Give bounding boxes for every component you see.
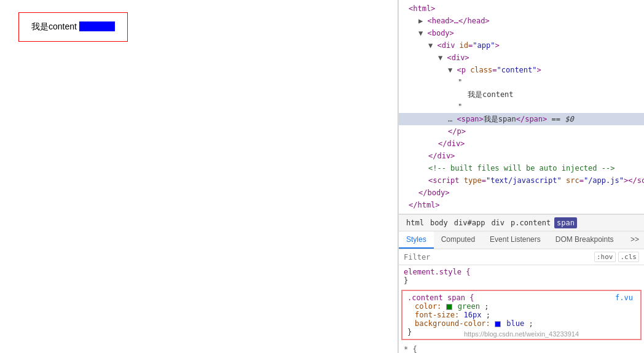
dom-line-highlighted[interactable]: … <span>我是span</span> == $0: [399, 113, 644, 125]
filter-input[interactable]: [404, 253, 589, 262]
browser-preview: 我是content 我是span: [0, 0, 398, 353]
tab-styles[interactable]: Styles: [399, 231, 434, 249]
dom-line: </div>: [399, 150, 644, 162]
style-prop-bgcolor: background-color: blue ;: [407, 319, 635, 328]
dom-line: </html>: [399, 199, 644, 211]
cls-button[interactable]: .cls: [618, 252, 640, 262]
styles-section: element.style { } .content span { f.vu c…: [399, 265, 644, 353]
tab-dom-breakpoints[interactable]: DOM Breakpoints: [548, 231, 621, 249]
dom-line: <html>: [399, 2, 644, 15]
dom-line: 我是content: [399, 88, 644, 101]
breadcrumb: html body div#app div p.content span: [399, 214, 644, 231]
dom-line: </p>: [399, 125, 644, 138]
dom-line: ▼ <div>: [399, 52, 644, 64]
dom-line: <!-- built files will be auto injected -…: [399, 162, 644, 174]
dom-line: </body>: [399, 187, 644, 199]
dom-line: ▼ <body>: [399, 27, 644, 39]
breadcrumb-div[interactable]: div: [489, 217, 507, 228]
element-style-close: }: [404, 276, 639, 285]
dom-line: ": [399, 76, 644, 88]
content-span-link[interactable]: f.vu: [615, 293, 633, 302]
tab-computed[interactable]: Computed: [434, 231, 482, 249]
content-span-block: .content span { f.vu color: green ; font…: [401, 290, 642, 340]
color-swatch-green: [446, 304, 452, 310]
breadcrumb-html[interactable]: html: [404, 217, 426, 228]
breadcrumb-body[interactable]: body: [428, 217, 450, 228]
tab-event-listeners[interactable]: Event Listeners: [482, 231, 548, 249]
filter-row: :hov .cls: [399, 249, 644, 265]
breadcrumb-divapp[interactable]: div#app: [452, 217, 488, 228]
preview-box: 我是content 我是span: [18, 12, 128, 42]
next-block: * {: [399, 343, 644, 353]
preview-content-text: 我是content: [31, 21, 77, 31]
filter-buttons: :hov .cls: [594, 252, 639, 262]
breadcrumb-span[interactable]: span: [554, 217, 577, 228]
dom-line: ": [399, 101, 644, 113]
tab-more[interactable]: >>: [626, 231, 644, 249]
preview-span-text: 我是span: [79, 21, 115, 31]
devtools-panel: <html> ▶ <head>…</head> ▼ <body> ▼ <div …: [398, 0, 644, 353]
content-span-selector: .content span {: [407, 293, 474, 302]
style-prop-color: color: green ;: [407, 302, 635, 311]
watermark: https://blog.csdn.net/weixin_43233914: [402, 329, 640, 339]
dom-line: ▶ <head>…</head>: [399, 15, 644, 27]
dom-tree: <html> ▶ <head>…</head> ▼ <body> ▼ <div …: [399, 0, 644, 214]
content-span-header: .content span { f.vu: [407, 293, 635, 302]
dom-line: ▼ <div id="app">: [399, 39, 644, 52]
element-style-block: element.style { }: [399, 265, 644, 287]
dom-line: <script type="text/javascript" src="/app…: [399, 174, 644, 187]
color-swatch-blue: [495, 321, 501, 327]
hov-button[interactable]: :hov: [594, 252, 616, 262]
element-style-selector: element.style {: [404, 268, 639, 276]
style-prop-fontsize: font-size: 16px ;: [407, 311, 635, 319]
breadcrumb-pcontent[interactable]: p.content: [508, 217, 553, 228]
dom-line: </div>: [399, 138, 644, 150]
tabs-row: Styles Computed Event Listeners DOM Brea…: [399, 231, 644, 249]
dom-line: ▼ <p class="content">: [399, 64, 644, 76]
